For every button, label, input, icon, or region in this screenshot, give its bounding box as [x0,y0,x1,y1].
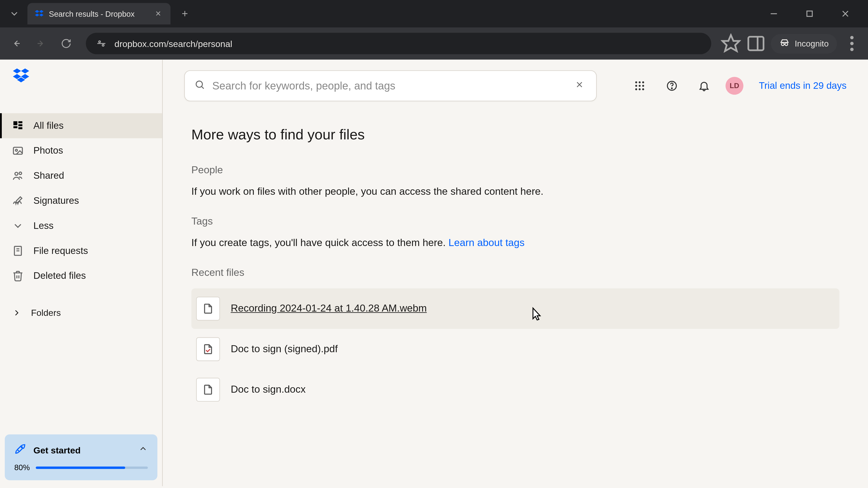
tab-search-dropdown[interactable] [5,4,24,23]
get-started-header: Get started [14,443,148,457]
svg-point-37 [642,81,644,84]
logo-area[interactable] [0,60,162,95]
browser-tab[interactable]: Search results - Dropbox × [27,3,170,24]
dropbox-favicon-icon [35,9,44,19]
recent-file-item[interactable]: Doc to sign (signed).pdf [191,329,839,369]
sidebar-item-label: Signatures [33,195,79,206]
svg-rect-1 [807,11,812,17]
sidebar-item-label: All files [33,121,64,131]
get-started-progress: 80% [14,463,148,472]
help-button[interactable] [661,75,683,96]
address-bar[interactable]: dropbox.com/search/personal [86,33,711,54]
url-text: dropbox.com/search/personal [114,38,232,48]
incognito-indicator[interactable]: Incognito [771,34,837,53]
topbar-right: LD Trial ends in 29 days [629,75,846,96]
progress-fill [36,466,125,469]
svg-point-12 [781,43,784,45]
topbar: LD Trial ends in 29 days [163,60,868,112]
window-close-button[interactable] [833,4,857,23]
browser-chrome: Search results - Dropbox × + dropbox.com… [0,0,868,60]
tab-close-button[interactable]: × [153,8,163,19]
sidebar-folders-toggle[interactable]: Folders [0,300,162,325]
svg-point-43 [642,88,644,90]
avatar-initials: LD [730,82,739,90]
photos-icon [12,145,24,157]
sidebar-item-photos[interactable]: Photos [0,138,162,163]
reload-button[interactable] [56,33,76,54]
window-maximize-button[interactable] [798,4,822,23]
svg-point-36 [639,81,641,84]
svg-marker-9 [722,35,739,51]
sidebar-item-less[interactable]: Less [0,213,162,238]
svg-point-6 [98,41,100,43]
bookmark-button[interactable] [721,33,741,54]
window-minimize-button[interactable] [762,4,786,23]
pdf-file-icon [196,337,220,361]
new-tab-button[interactable]: + [177,5,193,22]
progress-percent: 80% [14,463,30,472]
svg-point-24 [16,149,18,151]
sidebar-item-deleted-files[interactable]: Deleted files [0,263,162,289]
file-icon [196,297,220,320]
site-info-icon[interactable] [93,35,110,52]
svg-point-39 [639,85,641,87]
sidebar-item-all-files[interactable]: All files [0,113,162,138]
app-switcher-button[interactable] [629,75,650,96]
back-button[interactable] [6,33,26,54]
svg-rect-10 [748,37,764,51]
browser-toolbar: dropbox.com/search/personal Incognito [0,27,868,59]
user-avatar[interactable]: LD [725,77,743,95]
file-icon [196,378,220,401]
get-started-title: Get started [33,445,131,455]
file-name: Doc to sign (signed).pdf [231,343,338,355]
search-container[interactable] [184,70,597,101]
all-files-icon [12,120,24,132]
file-name: Recording 2024-01-24 at 1.40.28 AM.webm [231,303,427,315]
sidebar-item-file-requests[interactable]: File requests [0,238,162,263]
svg-point-16 [850,42,854,45]
recent-file-item[interactable]: Recording 2024-01-24 at 1.40.28 AM.webm [191,288,839,329]
svg-rect-22 [18,127,22,129]
tags-section-desc: If you create tags, you'll have quick ac… [191,237,839,249]
svg-point-45 [671,88,672,89]
svg-point-26 [19,172,22,175]
get-started-panel[interactable]: Get started 80% [5,434,157,480]
rocket-icon [14,443,26,457]
search-input[interactable] [212,79,572,92]
sidebar-item-label: Shared [33,170,64,181]
svg-point-31 [196,81,203,88]
svg-point-15 [850,36,854,39]
search-clear-button[interactable] [572,77,587,94]
svg-point-38 [635,85,637,87]
sidebar-item-signatures[interactable]: Signatures [0,188,162,213]
sidebar: All files Photos Shared Signatures Less … [0,60,163,486]
side-panel-button[interactable] [746,33,766,54]
sidebar-item-label: Less [33,221,54,231]
trial-status-link[interactable]: Trial ends in 29 days [759,80,846,91]
recent-file-item[interactable]: Doc to sign.docx [191,369,839,410]
tab-title: Search results - Dropbox [49,9,153,18]
shared-icon [12,170,24,182]
learn-about-tags-link[interactable]: Learn about tags [448,237,525,249]
notifications-button[interactable] [693,75,715,96]
svg-point-30 [21,447,22,448]
sidebar-item-shared[interactable]: Shared [0,163,162,188]
svg-point-17 [850,48,854,51]
svg-point-13 [785,43,788,45]
svg-point-40 [642,85,644,87]
tags-desc-text: If you create tags, you'll have quick ac… [191,237,449,249]
sidebar-item-label: Deleted files [33,270,86,281]
content: More ways to find your files People If y… [163,112,868,424]
forward-button[interactable] [31,33,51,54]
trash-icon [12,270,24,282]
svg-point-7 [102,44,104,46]
chevron-right-icon [12,308,22,317]
svg-rect-21 [13,126,18,128]
incognito-label: Incognito [795,39,829,48]
incognito-icon [779,37,790,50]
sidebar-item-label: File requests [33,246,88,256]
people-section-label: People [191,164,839,176]
browser-menu-button[interactable] [842,33,862,54]
svg-point-25 [15,172,18,175]
signatures-icon [12,195,24,207]
